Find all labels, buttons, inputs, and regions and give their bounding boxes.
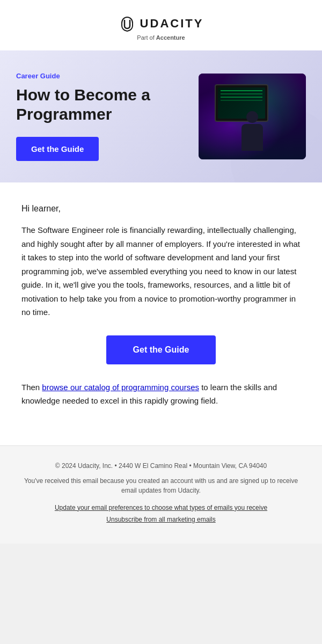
header-subtitle: Part of Accenture [11,34,311,41]
email-header: UDACITY Part of Accenture [0,0,322,50]
programmer-silhouette [236,111,268,159]
body-paragraph: The Software Engineer role is financiall… [21,223,301,319]
hero-get-guide-button[interactable]: Get the Guide [16,137,99,161]
cta-section: Get the Guide [21,335,301,364]
hero-content: Career Guide How to Become a Programmer … [16,72,188,161]
silhouette-head [246,111,258,123]
hero-label: Career Guide [16,72,188,80]
browse-catalog-link[interactable]: browse our catalog of programming course… [42,383,199,392]
main-content: Hi learner, The Software Engineer role i… [0,182,322,445]
logo: UDACITY [11,15,311,32]
email-footer: © 2024 Udacity, Inc. • 2440 W El Camino … [0,445,322,544]
hero-title: How to Become a Programmer [16,85,188,124]
udacity-logo-icon [119,15,136,32]
silhouette-body [241,124,263,151]
email-preferences-link[interactable]: Update your email preferences to choose … [16,504,306,511]
unsubscribe-link[interactable]: Unsubscribe from all marketing emails [16,516,306,523]
footer-notice: You've received this email because you c… [16,476,306,495]
browse-text: Then browse our catalog of programming c… [21,380,301,408]
hero-image [199,74,306,159]
main-get-guide-button[interactable]: Get the Guide [106,335,216,364]
footer-address: © 2024 Udacity, Inc. • 2440 W El Camino … [16,462,306,470]
logo-wordmark: UDACITY [140,17,204,31]
hero-banner: Career Guide How to Become a Programmer … [0,50,322,182]
programmer-illustration [199,74,306,159]
greeting-text: Hi learner, [21,204,301,214]
